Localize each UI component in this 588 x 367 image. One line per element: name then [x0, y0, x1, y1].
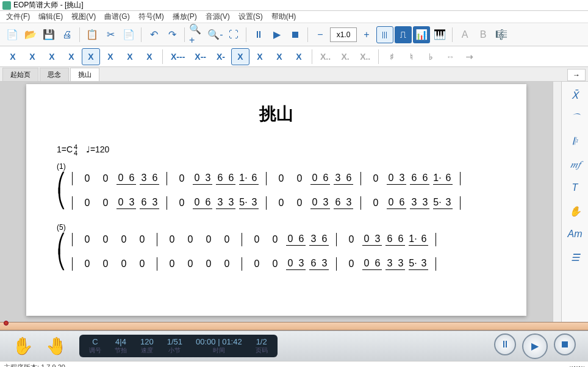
- note-duration-12[interactable]: X: [251, 48, 269, 65]
- beam-group[interactable]: 1·6: [409, 233, 428, 246]
- tool-tracks-button[interactable]: ⫼: [376, 26, 393, 43]
- beam-group[interactable]: 1·6: [239, 173, 259, 185]
- text-b-button[interactable]: B: [475, 26, 492, 43]
- note[interactable]: 0: [98, 258, 113, 269]
- note[interactable]: 0: [98, 234, 113, 245]
- beam-group[interactable]: 1·6: [433, 173, 453, 185]
- left-hand-icon[interactable]: ✋: [12, 336, 34, 356]
- beam-group[interactable]: 36: [309, 233, 329, 246]
- beam-group[interactable]: 06: [286, 233, 306, 246]
- note[interactable]: 0: [201, 258, 216, 269]
- note-duration-22[interactable]: ⇢: [461, 48, 479, 65]
- note-duration-14[interactable]: X: [290, 48, 308, 65]
- beam-group[interactable]: 33: [216, 197, 235, 209]
- panel-slur[interactable]: ⌒: [566, 111, 584, 126]
- note-duration-20[interactable]: ♭: [421, 48, 440, 65]
- panel-chord[interactable]: Am: [566, 227, 584, 241]
- beam-group[interactable]: 03: [362, 233, 382, 246]
- menu-file[interactable]: 文件(F): [2, 10, 34, 23]
- note[interactable]: 0: [174, 198, 189, 208]
- beam-group[interactable]: 5·3: [239, 197, 259, 209]
- zoom-in-button[interactable]: 🔍+: [188, 26, 206, 43]
- tab-overflow-button[interactable]: →: [567, 69, 586, 81]
- zoom-level[interactable]: x1.0: [330, 27, 357, 42]
- vertical-scrollbar[interactable]: [553, 82, 561, 322]
- note[interactable]: 0: [165, 234, 179, 245]
- beam-group[interactable]: 33: [385, 258, 405, 270]
- note[interactable]: 0: [174, 173, 189, 184]
- note-duration-1[interactable]: X: [23, 48, 41, 65]
- voice-top[interactable]: 000636003661·6000636003661·6: [68, 172, 496, 185]
- note-duration-9[interactable]: X--: [190, 48, 210, 65]
- tab-start[interactable]: 起始页: [2, 68, 38, 81]
- note-duration-13[interactable]: X: [270, 48, 289, 65]
- redo-button[interactable]: ↷: [163, 26, 181, 43]
- note-duration-6[interactable]: X: [121, 48, 139, 65]
- playhead-marker[interactable]: [4, 321, 9, 326]
- note-duration-15[interactable]: X..: [316, 48, 335, 65]
- note-duration-17[interactable]: X..: [356, 48, 375, 65]
- note[interactable]: 0: [80, 234, 95, 245]
- timeline-ruler[interactable]: [0, 322, 588, 330]
- tool-mixer-button[interactable]: ⎍: [395, 26, 412, 43]
- beam-group[interactable]: 03: [117, 197, 136, 209]
- note-duration-0[interactable]: X: [4, 48, 22, 65]
- note[interactable]: 0: [201, 234, 216, 245]
- play-button[interactable]: ▶: [268, 26, 285, 43]
- note-duration-11[interactable]: X: [231, 48, 249, 65]
- panel-lines[interactable]: ☰: [566, 250, 584, 265]
- canvas-area[interactable]: 挑山 1=C44 ♩=120 (1)⎛ ⎝000636003661·600063…: [0, 82, 553, 322]
- beam-group[interactable]: 66: [385, 233, 405, 246]
- save-button[interactable]: 💾: [40, 26, 57, 43]
- menu-symbol[interactable]: 符号(M): [135, 10, 168, 23]
- note[interactable]: 0: [368, 198, 383, 208]
- beam-group[interactable]: 5·3: [433, 197, 453, 209]
- tab-tiaoshan[interactable]: 挑山: [70, 68, 99, 81]
- note-duration-4[interactable]: X: [82, 48, 100, 65]
- beam-group[interactable]: 63: [334, 197, 353, 209]
- note[interactable]: 0: [117, 258, 131, 269]
- note[interactable]: 0: [98, 198, 113, 208]
- zoom-minus-button[interactable]: −: [312, 26, 329, 43]
- right-hand-icon[interactable]: 🤚: [46, 336, 67, 356]
- undo-button[interactable]: ↶: [145, 26, 162, 43]
- voice-bottom[interactable]: 00000000000363006335·3: [68, 257, 496, 271]
- voice-top[interactable]: 00000000000636003661·6: [68, 233, 496, 246]
- menu-help[interactable]: 帮助(H): [268, 10, 300, 23]
- zoom-out-button[interactable]: 🔍-: [207, 26, 224, 43]
- panel-fingering[interactable]: ✋: [566, 204, 584, 218]
- note[interactable]: 0: [249, 258, 264, 269]
- print-button[interactable]: 🖨: [59, 26, 76, 43]
- note[interactable]: 0: [220, 234, 234, 245]
- note[interactable]: 0: [368, 173, 383, 184]
- note-duration-16[interactable]: X.: [336, 48, 354, 65]
- note[interactable]: 0: [98, 173, 113, 184]
- panel-tremolo[interactable]: X̄: [566, 88, 584, 102]
- metronome-button[interactable]: 🎼: [493, 26, 510, 43]
- beam-group[interactable]: 03: [387, 173, 406, 185]
- new-button[interactable]: 📄: [4, 26, 21, 43]
- note-duration-19[interactable]: ♮: [402, 48, 420, 65]
- menu-score[interactable]: 曲谱(G): [101, 10, 133, 23]
- note-duration-3[interactable]: X: [62, 48, 81, 65]
- tool-eq-button[interactable]: 📊: [413, 26, 430, 43]
- stop-button[interactable]: ⏹: [287, 26, 304, 43]
- voice-bottom[interactable]: 000363006335·3000363006335·3: [68, 196, 496, 210]
- beam-group[interactable]: 36: [140, 173, 159, 185]
- note[interactable]: 0: [268, 258, 282, 269]
- note[interactable]: 0: [249, 234, 264, 245]
- beam-group[interactable]: 66: [410, 173, 429, 185]
- beam-group[interactable]: 63: [140, 197, 159, 209]
- paste-button[interactable]: 📄: [120, 26, 137, 43]
- beam-group[interactable]: 06: [362, 258, 382, 270]
- note[interactable]: 0: [268, 234, 282, 245]
- tool-piano-button[interactable]: 🎹: [431, 26, 448, 43]
- transport-stop-button[interactable]: ⏹: [554, 333, 576, 355]
- note[interactable]: 0: [292, 173, 307, 184]
- note[interactable]: 0: [117, 234, 131, 245]
- note[interactable]: 0: [135, 234, 149, 245]
- panel-dynamics[interactable]: 𝑚𝑓: [566, 157, 584, 172]
- note-duration-21[interactable]: ↔: [441, 48, 459, 65]
- pause-button[interactable]: ⏸: [250, 26, 267, 43]
- panel-text[interactable]: T: [566, 180, 584, 195]
